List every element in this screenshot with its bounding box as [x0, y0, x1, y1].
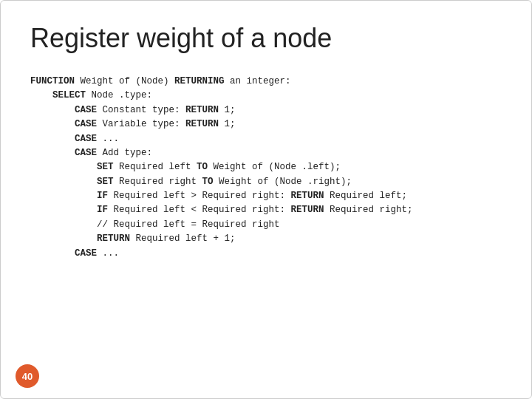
- code-line-7: SET Required left TO Weight of (Node .le…: [97, 162, 341, 172]
- slide-title: Register weight of a node: [30, 23, 502, 54]
- code-line-10: IF Required left < Required right: RETUR…: [97, 205, 413, 215]
- code-line-8: SET Required right TO Weight of (Node .r…: [97, 177, 352, 187]
- code-line-12: RETURN Required left + 1;: [97, 233, 236, 244]
- code-line-3: CASE Constant type: RETURN 1;: [75, 105, 236, 115]
- code-line-4: CASE Variable type: RETURN 1;: [75, 119, 236, 129]
- code-line-2: SELECT Node .type:: [52, 90, 152, 100]
- slide: Register weight of a node FUNCTION Weigh…: [0, 0, 532, 399]
- code-line-1: FUNCTION Weight of (Node) RETURNING an i…: [30, 76, 291, 86]
- code-line-6: CASE Add type:: [75, 148, 152, 158]
- code-line-13: CASE ...: [75, 248, 119, 259]
- code-line-9: IF Required left > Required right: RETUR…: [97, 191, 407, 201]
- slide-number: 40: [16, 364, 39, 388]
- code-block: FUNCTION Weight of (Node) RETURNING an i…: [30, 75, 502, 261]
- code-line-11: // Required left = Required right: [97, 219, 280, 230]
- code-line-5: CASE ...: [75, 134, 119, 144]
